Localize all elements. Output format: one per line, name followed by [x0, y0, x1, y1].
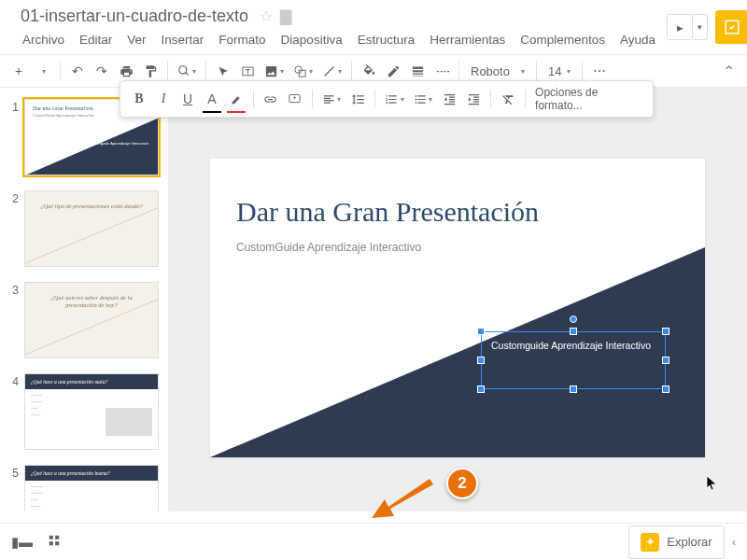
svg-point-2 [295, 65, 303, 73]
resize-handle-tm[interactable] [570, 328, 577, 335]
insert-comment-button[interactable] [284, 87, 306, 111]
bold-button[interactable]: B [128, 87, 150, 111]
bulleted-list-button[interactable]: ▾ [410, 87, 436, 111]
svg-rect-12 [49, 541, 53, 545]
menu-ayuda[interactable]: Ayuda [614, 30, 661, 49]
thumb-number: 2 [7, 192, 19, 267]
slide-thumbnails-panel: 1 Dar una Gran Presentación CustomGuide … [0, 88, 168, 511]
numbered-list-button[interactable]: ▾ [381, 87, 407, 111]
menu-complementos[interactable]: Complementos [514, 30, 611, 49]
svg-line-6 [25, 208, 158, 263]
menu-herramientas[interactable]: Herramientas [424, 30, 511, 49]
thumb-number: 4 [7, 375, 19, 450]
thumb-number: 5 [7, 467, 19, 511]
slide-thumbnail-2[interactable]: ¿Qué tipo de presentaciones estás dando? [24, 190, 159, 267]
svg-point-0 [179, 66, 187, 74]
resize-handle-ml[interactable] [477, 357, 485, 364]
undo-button[interactable]: ↶ [66, 59, 89, 83]
resize-handle-bm[interactable] [570, 385, 577, 393]
textbox-content[interactable]: Customguide Aprendizaje Interactivo [482, 332, 665, 358]
resize-handle-tl[interactable] [477, 328, 485, 335]
selected-textbox[interactable]: Customguide Aprendizaje Interactivo [481, 331, 666, 389]
slide-thumbnail-3[interactable]: ¿Qué quieres saber después de la present… [24, 282, 159, 358]
italic-button[interactable]: I [152, 87, 175, 111]
line-spacing-button[interactable] [346, 87, 369, 111]
insert-link-button[interactable] [260, 87, 282, 111]
decrease-indent-button[interactable] [438, 87, 460, 111]
move-folder-icon[interactable]: ▇ [280, 7, 291, 25]
thumb-number: 1 [7, 101, 19, 175]
svg-rect-11 [55, 535, 59, 539]
menu-ver[interactable]: Ver [121, 30, 151, 49]
redo-button[interactable]: ↷ [91, 59, 113, 83]
menu-diapositiva[interactable]: Diapositiva [275, 30, 348, 49]
resize-handle-tr[interactable] [662, 328, 669, 335]
grid-view-icon[interactable] [48, 534, 61, 551]
menu-formato[interactable]: Formato [213, 30, 271, 49]
document-title[interactable]: 01-insertar-un-cuadro-de-texto [17, 5, 252, 28]
slide-thumbnail-5[interactable]: ¿Qué hace a una presentación buena? ────… [24, 465, 159, 511]
side-panel-toggle[interactable]: ‹ [732, 535, 736, 549]
new-slide-dropdown[interactable]: ▾ [32, 59, 54, 83]
slide-title[interactable]: Dar una Gran Presentación [210, 159, 705, 237]
menu-estructura[interactable]: Estructura [352, 30, 421, 49]
svg-line-7 [25, 300, 158, 355]
highlight-color-button[interactable] [225, 87, 247, 111]
thumb-number: 3 [7, 284, 19, 358]
slide-thumbnail-4[interactable]: ¿Qué hace a una presentación mala? ─────… [24, 373, 159, 450]
menu-editar[interactable]: Editar [74, 30, 118, 49]
format-options-button[interactable]: Opciones de formato... [535, 86, 645, 112]
menu-insertar[interactable]: Insertar [156, 30, 210, 49]
menu-archivo[interactable]: Archivo [17, 30, 70, 49]
svg-marker-5 [25, 119, 158, 175]
text-color-button[interactable]: A [201, 87, 223, 111]
share-button[interactable] [715, 10, 747, 44]
text-format-toolbar: B I U A ▾ ▾ ▾ Opciones de formato... [120, 80, 654, 118]
present-dropdown[interactable]: ▾ [693, 14, 708, 40]
increase-indent-button[interactable] [462, 87, 485, 111]
new-slide-button[interactable]: + [7, 59, 30, 83]
bottom-bar: ▮▬ ✦ Explorar ‹ [0, 523, 747, 560]
present-button[interactable]: ▸ [667, 14, 693, 40]
rotate-handle[interactable] [570, 315, 577, 323]
underline-button[interactable]: U [176, 87, 199, 111]
slide-canvas-area[interactable]: Dar una Gran Presentación CustomGuide Ap… [168, 88, 747, 511]
resize-handle-br[interactable] [662, 385, 669, 393]
svg-rect-10 [49, 535, 53, 539]
star-icon[interactable]: ☆ [260, 7, 273, 25]
resize-handle-mr[interactable] [662, 357, 669, 364]
filmstrip-view-icon[interactable]: ▮▬ [11, 534, 33, 551]
align-button[interactable]: ▾ [318, 87, 345, 111]
explore-button[interactable]: ✦ Explorar [628, 525, 724, 559]
explore-icon: ✦ [641, 533, 659, 552]
clear-formatting-button[interactable] [497, 87, 519, 111]
svg-marker-9 [372, 479, 433, 518]
svg-rect-13 [55, 541, 59, 545]
svg-rect-3 [299, 70, 305, 77]
slide-subtitle[interactable]: CustomGuide Aprendizaje Interactivo [210, 237, 705, 258]
resize-handle-bl[interactable] [477, 385, 485, 393]
collapse-toolbar-button[interactable]: ⌃ [717, 59, 740, 83]
current-slide[interactable]: Dar una Gran Presentación CustomGuide Ap… [210, 159, 705, 457]
mouse-cursor-icon [706, 475, 719, 495]
